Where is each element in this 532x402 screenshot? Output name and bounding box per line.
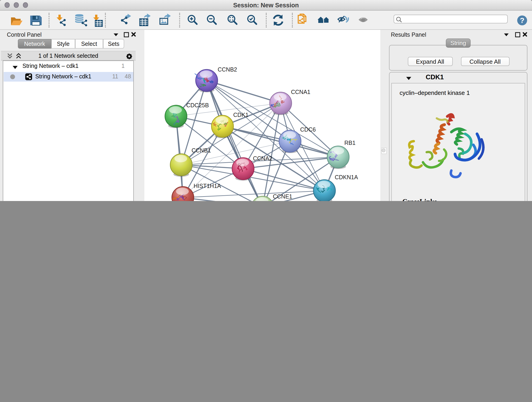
svg-text:RB1: RB1: [344, 140, 355, 146]
svg-text:CCNB2: CCNB2: [218, 66, 237, 73]
svg-text:CCNA2: CCNA2: [253, 155, 272, 162]
svg-text:CCNB1: CCNB1: [191, 147, 211, 153]
svg-text:HIST1H1A: HIST1H1A: [194, 183, 221, 189]
svg-text:CCNA1: CCNA1: [291, 89, 310, 95]
svg-text:CDKN1A: CDKN1A: [335, 174, 358, 180]
svg-text:CDC6: CDC6: [300, 126, 316, 133]
svg-text:CCNE1: CCNE1: [273, 193, 292, 200]
svg-text:CDK1: CDK1: [233, 112, 249, 118]
svg-text:?: ?: [520, 16, 525, 25]
svg-text:CDC25B: CDC25B: [186, 102, 209, 108]
